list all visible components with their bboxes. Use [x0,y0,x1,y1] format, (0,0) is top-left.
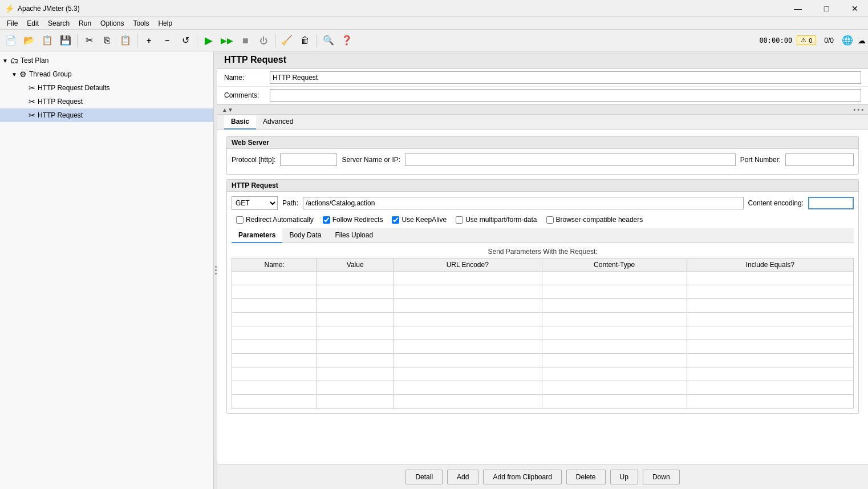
shutdown-button[interactable]: ⏻ [255,32,272,49]
paste-button[interactable]: 📋 [117,32,134,49]
web-server-content: Protocol [http]: Server Name or IP: Port… [227,149,858,174]
http-request-1-icon: ✂ [29,97,35,106]
checkboxes-row: Redirect Automatically Follow Redirects … [232,213,854,226]
add-button[interactable]: Add [447,470,478,484]
tree-item-test-plan[interactable]: ▼ 🗂 Test Plan [0,54,213,67]
save-button[interactable]: 💾 [57,32,74,49]
send-params-label: Send Parameters With the Request: [232,245,854,258]
tree-label-http-defaults: HTTP Request Defaults [38,84,110,92]
reset-button[interactable]: ↺ [177,32,194,49]
protocol-input[interactable] [280,153,337,166]
menu-options[interactable]: Options [96,18,128,29]
tab-content: Web Server Protocol [http]: Server Name … [217,130,868,464]
tab-basic[interactable]: Basic [224,115,256,130]
name-input[interactable] [270,71,861,84]
clear-button[interactable]: 🧹 [278,32,295,49]
tree-label-http-request-2: HTTP Request [38,111,83,119]
globe-icon[interactable]: 🌐 [842,35,853,46]
app-title: Apache JMeter (5.3) [18,5,80,13]
help-button[interactable]: ❓ [338,32,355,49]
use-keepalive-label: Use KeepAlive [401,216,447,224]
collapse-arrows: ▲▼ [222,107,233,113]
tree-item-thread-group[interactable]: ▼ ⚙ Thread Group [0,67,213,81]
titlebar: ⚡ Apache JMeter (5.3) — □ ✕ [0,0,868,17]
tree-label-test-plan: Test Plan [21,56,48,64]
comments-label: Comments: [224,91,270,99]
follow-redirects-checkbox[interactable] [323,216,330,224]
params-section: Send Parameters With the Request: Name: … [232,245,854,409]
web-server-title: Web Server [227,137,858,149]
start-button[interactable]: ▶ [200,32,217,49]
multipart-checkbox[interactable] [456,216,463,224]
method-path-row: GET POST PUT DELETE HEAD OPTIONS PATCH P… [232,196,854,210]
tree-arrow-test-plan: ▼ [2,58,9,64]
delete-button[interactable]: Delete [566,470,606,484]
tab-parameters[interactable]: Parameters [232,228,282,243]
http-request-content: GET POST PUT DELETE HEAD OPTIONS PATCH P… [227,192,858,413]
path-input[interactable] [303,197,744,209]
new-button[interactable]: 📄 [2,32,19,49]
collapse-bar[interactable]: ▲▼ • • • [217,104,868,115]
tree-label-thread-group: Thread Group [29,70,72,78]
down-button[interactable]: Down [643,470,680,484]
stop-button[interactable]: ⏹ [237,32,254,49]
detail-button[interactable]: Detail [405,470,443,484]
menu-edit[interactable]: Edit [22,18,43,29]
empty-row-3 [232,299,854,313]
open-button[interactable]: 📂 [21,32,38,49]
col-name: Name: [232,258,317,272]
empty-row-4 [232,313,854,326]
cut-button[interactable]: ✂ [80,32,98,49]
add-from-clipboard-button[interactable]: Add from Clipboard [483,470,561,484]
timer-display: 00:00:00 [759,37,792,45]
maximize-button[interactable]: □ [813,0,839,17]
redirect-auto-label: Redirect Automatically [246,216,314,224]
menu-help[interactable]: Help [153,18,177,29]
path-label: Path: [282,199,298,207]
cloud-icon[interactable]: ☁ [858,36,866,45]
save-templates-button[interactable]: 📋 [39,32,56,49]
tree-item-http-request-2[interactable]: ✂ HTTP Request [0,108,213,122]
redirect-auto-checkbox[interactable] [236,216,244,224]
up-button[interactable]: Up [610,470,638,484]
content-encoding-input[interactable] [808,197,854,209]
close-button[interactable]: ✕ [842,0,868,17]
http-defaults-icon: ✂ [29,83,35,92]
menu-file[interactable]: File [2,18,22,29]
collapse-button[interactable]: − [159,32,176,49]
copy-button[interactable]: ⎘ [99,32,116,49]
tab-body-data[interactable]: Body Data [282,228,328,243]
use-keepalive-checkbox[interactable] [392,216,399,224]
comments-input[interactable] [270,89,861,102]
empty-row-10 [232,395,854,409]
menu-tools[interactable]: Tools [128,18,153,29]
content-panel: HTTP Request Name: Comments: ▲▼ • • • Ba… [217,51,868,489]
start-no-pause-button[interactable]: ▶▶ [218,32,236,49]
params-table: Name: Value URL Encode? Content-Type Inc… [232,258,854,409]
port-input[interactable] [785,153,854,166]
browser-compat-checkbox[interactable] [546,216,554,224]
method-select[interactable]: GET POST PUT DELETE HEAD OPTIONS PATCH [232,196,278,210]
tree-item-http-defaults[interactable]: ✂ HTTP Request Defaults [0,81,213,95]
multipart-label: Use multipart/form-data [465,216,537,224]
tree-item-http-request-1[interactable]: ✂ HTTP Request [0,95,213,108]
test-plan-icon: 🗂 [10,56,18,65]
content-encoding-label: Content encoding: [748,199,804,207]
tree-arrow-thread-group: ▼ [11,71,18,78]
search-toolbar-button[interactable]: 🔍 [320,32,337,49]
web-server-section: Web Server Protocol [http]: Server Name … [226,136,859,175]
browser-compat-label: Browser-compatible headers [556,216,643,224]
menu-run[interactable]: Run [74,18,96,29]
main-area: ▼ 🗂 Test Plan ▼ ⚙ Thread Group ✂ HTTP Re… [0,51,868,489]
empty-row-1 [232,272,854,285]
server-label: Server Name or IP: [342,156,400,164]
tab-advanced[interactable]: Advanced [256,115,300,130]
server-input[interactable] [405,153,736,166]
minimize-button[interactable]: — [785,0,811,17]
tab-files-upload[interactable]: Files Upload [328,228,380,243]
toolbar: 📄 📂 📋 💾 ✂ ⎘ 📋 + − ↺ ▶ ▶▶ ⏹ ⏻ 🧹 🗑 🔍 ❓ 00:… [0,30,868,51]
expand-button[interactable]: + [140,32,157,49]
menu-search[interactable]: Search [43,18,74,29]
method-wrapper: GET POST PUT DELETE HEAD OPTIONS PATCH [232,196,278,210]
clear-all-button[interactable]: 🗑 [297,32,314,49]
